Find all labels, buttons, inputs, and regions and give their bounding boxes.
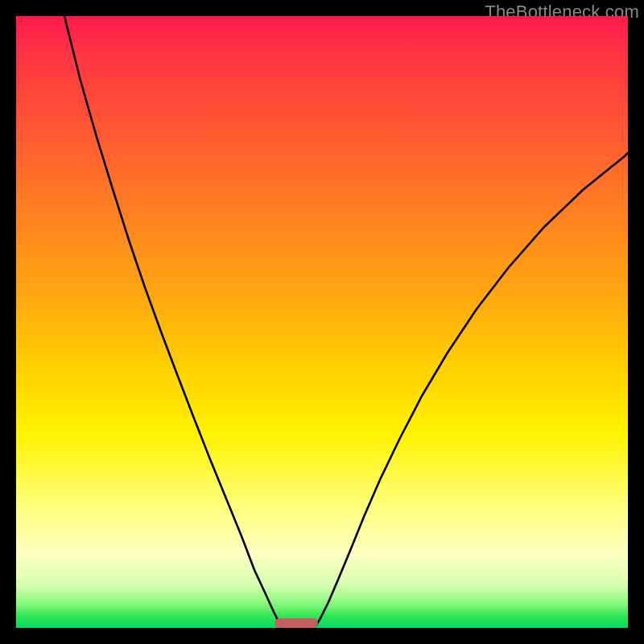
- left-curve-path: [64, 16, 282, 626]
- right-curve-path: [316, 153, 628, 626]
- plot-area: [16, 16, 628, 628]
- bottleneck-marker: [275, 618, 318, 628]
- curve-svg: [16, 16, 628, 628]
- chart-wrapper: TheBottleneck.com: [0, 0, 644, 644]
